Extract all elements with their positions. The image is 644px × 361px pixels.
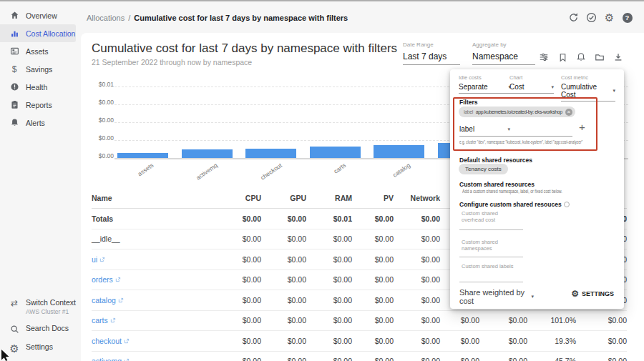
savings-dollar-icon: $ (9, 65, 19, 74)
sidebar-item-alerts[interactable]: Alerts (0, 114, 81, 132)
sidebar-item-label: Reports (26, 101, 52, 109)
external-link-icon (115, 277, 121, 282)
custom-overhead-cost-input[interactable] (459, 229, 523, 230)
table-cell: $0.00 (352, 275, 394, 284)
table-cell: $0.00 (306, 255, 352, 264)
chevron-down-icon: ▾ (613, 88, 615, 94)
topbar-icons: ⚙? (568, 12, 633, 23)
idle-costs-select[interactable]: Idle costs Separate▾ (459, 74, 511, 94)
row-link[interactable]: carts (92, 316, 108, 325)
bar-activemq[interactable] (182, 149, 233, 158)
sidebar-item-assets[interactable]: Assets (0, 42, 81, 60)
chart-type-select[interactable]: Chart Cost▾ (509, 74, 554, 94)
bar-assets[interactable] (117, 153, 168, 158)
tenancy-costs-chip[interactable]: Tenancy costs (459, 164, 508, 174)
settings-button[interactable]: ⚙ SETTINGS (571, 290, 614, 298)
sidebar-footer-switch-context[interactable]: ⇄Switch ContextAWS Cluster #1 (0, 294, 81, 320)
switch-context-icon: ⇄ (9, 299, 19, 307)
bar-carts[interactable] (310, 147, 361, 158)
filter-chip-key: label (464, 109, 473, 114)
custom-labels-input[interactable] (459, 282, 523, 282)
sidebar-item-label: Assets (26, 47, 49, 56)
download-icon[interactable] (613, 52, 623, 62)
sidebar-item-label: Health (26, 83, 47, 92)
table-cell: $0.00 (394, 316, 440, 325)
external-link-icon (118, 297, 124, 303)
table-cell: $0.00 (261, 296, 306, 305)
sidebar-item-cost-allocation[interactable]: Cost Allocation (0, 24, 76, 42)
sidebar-footer: ⇄Switch ContextAWS Cluster #1Search Docs… (0, 294, 81, 358)
row-link[interactable]: catalog (92, 296, 116, 305)
info-icon (564, 202, 570, 207)
folder-icon[interactable] (595, 52, 605, 62)
breadcrumb-section[interactable]: Allocations (87, 14, 125, 22)
row-link[interactable]: ui (92, 255, 97, 264)
x-tick-label: carts (332, 162, 347, 175)
sidebar-footer-settings[interactable]: ⚙Settings (0, 338, 81, 358)
filter-value-input[interactable] (510, 125, 572, 137)
filter-key-select[interactable]: label ▾ (459, 125, 510, 137)
breadcrumb: Allocations/Cumulative cost for last 7 d… (87, 14, 348, 22)
sidebar-item-health[interactable]: Health (0, 78, 81, 96)
page-title: Cumulative cost for last 7 days by names… (92, 41, 397, 56)
table-cell: $0.00 (261, 275, 306, 284)
bar-catalog[interactable] (374, 145, 424, 158)
table-cell: $0.00 (352, 214, 394, 223)
table-cell: $0.00 (479, 337, 527, 345)
table-cell: $0.00 (479, 357, 527, 361)
row-name: __idle__ (92, 234, 199, 243)
window-top-edge (0, 0, 644, 1)
sidebar-item-overview[interactable]: Overview (0, 6, 81, 24)
add-filter-button[interactable]: + (579, 121, 585, 133)
table-cell: $0.00 (199, 234, 261, 243)
table-cell: $0.00 (261, 255, 306, 264)
table-cell: $0.00 (576, 316, 627, 325)
table-cell: $0.00 (394, 214, 440, 223)
table-cell: $0.00 (440, 337, 479, 345)
table-cell: $0.00 (394, 275, 440, 284)
table-cell: $0.00 (261, 357, 306, 361)
default-shared-heading: Default shared resources (459, 157, 532, 164)
row-link[interactable]: orders (92, 275, 113, 284)
gear-icon[interactable]: ⚙ (604, 12, 615, 23)
row-link[interactable]: checkout (92, 337, 122, 345)
bookmark-icon[interactable] (557, 52, 567, 62)
refresh-icon[interactable] (568, 12, 579, 23)
custom-namespaces-input[interactable] (459, 257, 523, 257)
table-cell: $0.00 (261, 337, 306, 345)
external-link-icon (124, 358, 130, 361)
health-icon (9, 82, 19, 92)
share-weighted-select[interactable]: Share weighted by cost ▾ (459, 288, 534, 310)
table-cell: $0.00 (306, 296, 352, 305)
cost-metric-select[interactable]: Cost metric Cumulative Cost▾ (561, 74, 615, 102)
sidebar-item-label: Savings (26, 65, 52, 74)
table-cell: $0.00 (261, 316, 306, 325)
sidebar-footer-search-docs[interactable]: Search Docs (0, 320, 81, 338)
external-link-icon (110, 317, 116, 323)
table-cell: $0.00 (394, 357, 440, 361)
row-link[interactable]: activemq (92, 357, 122, 361)
x-tick-label: activemq (195, 162, 220, 182)
table-cell: $0.00 (440, 316, 479, 325)
notifications-bell-icon[interactable] (576, 52, 586, 62)
top-bar: Allocations/Cumulative cost for last 7 d… (81, 1, 644, 33)
table-cell: $0.01 (306, 214, 352, 223)
table-cell: $0.00 (394, 296, 440, 305)
table-cell: $0.00 (352, 357, 394, 361)
table-cell: 101.0% (527, 316, 576, 325)
sidebar-item-savings[interactable]: $Savings (0, 60, 81, 78)
help-icon[interactable]: ? (622, 12, 633, 23)
date-range-select[interactable]: Date Range Last 7 days (403, 41, 460, 65)
sidebar-item-reports[interactable]: Reports (0, 96, 81, 114)
x-tick-label: catalog (391, 162, 411, 179)
bar-checkout[interactable] (245, 149, 296, 158)
check-circle-icon[interactable] (586, 12, 597, 23)
column-header-network: Network (394, 194, 440, 202)
remove-filter-icon[interactable]: × (565, 109, 572, 116)
chart-type-value: Cost (509, 83, 525, 91)
aggregate-by-select[interactable]: Aggregate by Namespace (472, 41, 535, 65)
table-cell: $0.00 (306, 316, 352, 325)
table-cell: $0.00 (479, 316, 527, 325)
tune-icon[interactable] (539, 52, 549, 62)
custom-shared-helper: Add a custom shared namespace, label, or… (462, 189, 562, 194)
